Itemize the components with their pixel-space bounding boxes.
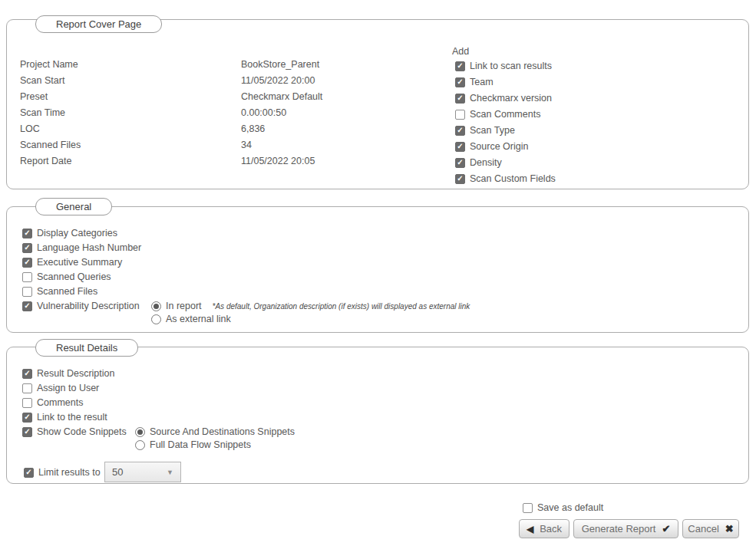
show-code-snippets-checkbox[interactable]: ✓ <box>22 427 32 437</box>
back-button-label: Back <box>540 523 562 534</box>
scan-comments-checkbox[interactable]: ✓ <box>455 110 465 120</box>
scanned-queries-checkbox[interactable]: ✓ <box>22 272 32 282</box>
check-icon: ✓ <box>457 94 463 102</box>
full-data-flow-snippets-radio[interactable] <box>135 440 145 450</box>
cancel-button-label: Cancel <box>688 523 718 534</box>
dropdown-selected-value: 50 <box>112 466 123 478</box>
density-checkbox[interactable]: ✓ <box>455 158 465 168</box>
scan-custom-fields-checkbox[interactable]: ✓ <box>455 174 465 184</box>
check-icon: ✓ <box>457 143 463 150</box>
option-row-source-origin: ✓ Source Origin <box>455 141 528 152</box>
info-row-loc: LOC 6,836 <box>20 123 265 134</box>
check-icon: ✓ <box>24 258 30 266</box>
checkbox-label[interactable]: Scanned Queries <box>37 271 111 282</box>
checkbox-label[interactable]: Source Origin <box>470 141 528 152</box>
info-row-scanned-files: Scanned Files 34 <box>20 140 252 150</box>
option-row-link-to-the-result: ✓ Link to the result <box>22 412 107 423</box>
back-arrow-icon: ◀ <box>527 525 533 534</box>
team-checkbox[interactable]: ✓ <box>455 77 465 87</box>
checkbox-label[interactable]: Density <box>470 157 502 168</box>
radio-label[interactable]: Full Data Flow Snippets <box>150 439 251 450</box>
vulnerability-description-checkbox[interactable]: ✓ <box>22 301 32 311</box>
info-row-preset: Preset Checkmarx Default <box>20 91 322 102</box>
info-label: Preset <box>20 91 236 102</box>
info-value: 34 <box>241 140 252 150</box>
info-label: Report Date <box>20 156 236 166</box>
checkbox-label[interactable]: Limit results to <box>38 467 101 478</box>
checkbox-label[interactable]: Show Code Snippets <box>37 426 127 437</box>
checkbox-label[interactable]: Checkmarx version <box>470 93 552 104</box>
generate-check-icon: ✔ <box>662 524 670 534</box>
section-title-report-cover-page: Report Cover Page <box>35 15 162 33</box>
add-options-title: Add <box>452 46 469 57</box>
option-row-executive-summary: ✓ Executive Summary <box>22 257 122 268</box>
info-value: 0.00:00:50 <box>241 107 286 118</box>
radio-row-in-report: In report *As default, Organization desc… <box>151 301 470 311</box>
checkbox-label[interactable]: Language Hash Number <box>37 242 141 253</box>
check-icon: ✓ <box>25 469 31 476</box>
in-report-radio[interactable] <box>151 301 161 311</box>
as-external-link-radio[interactable] <box>151 314 161 324</box>
check-icon: ✓ <box>24 413 30 421</box>
scan-type-checkbox[interactable]: ✓ <box>455 126 465 136</box>
checkbox-label[interactable]: Scan Comments <box>470 109 540 120</box>
option-row-scanned-queries: ✓ Scanned Queries <box>22 271 111 282</box>
save-as-default-checkbox[interactable]: ✓ <box>523 503 533 513</box>
checkbox-label[interactable]: Scan Type <box>470 125 515 136</box>
info-label: Scanned Files <box>20 140 236 150</box>
scanned-files-checkbox[interactable]: ✓ <box>22 287 32 297</box>
limit-results-dropdown[interactable]: 50 ▼ <box>104 462 181 482</box>
radio-dot-icon <box>154 304 159 309</box>
checkbox-label[interactable]: Result Description <box>37 368 114 379</box>
info-value: 6,836 <box>241 123 265 134</box>
generate-report-button-label: Generate Report <box>582 523 656 534</box>
checkbox-label[interactable]: Scan Custom Fields <box>470 173 556 184</box>
language-hash-number-checkbox[interactable]: ✓ <box>22 243 32 253</box>
check-icon: ✓ <box>457 62 463 70</box>
display-categories-checkbox[interactable]: ✓ <box>22 229 32 238</box>
cancel-button[interactable]: Cancel ✖ <box>682 519 739 538</box>
source-origin-checkbox[interactable]: ✓ <box>455 142 465 152</box>
source-dest-snippets-radio[interactable] <box>135 427 145 437</box>
generate-report-button[interactable]: Generate Report ✔ <box>573 519 678 538</box>
section-general: General <box>6 206 749 333</box>
checkbox-label[interactable]: Assign to User <box>37 383 99 393</box>
checkmarx-version-checkbox[interactable]: ✓ <box>455 94 465 104</box>
checkbox-label[interactable]: Comments <box>37 397 83 408</box>
executive-summary-checkbox[interactable]: ✓ <box>22 258 32 268</box>
check-icon: ✓ <box>24 229 30 237</box>
check-icon: ✓ <box>457 78 463 86</box>
checkbox-label[interactable]: Link to scan results <box>470 61 552 71</box>
info-row-project-name: Project Name BookStore_Parent <box>20 59 319 70</box>
checkbox-label[interactable]: Vulnerability Description <box>37 301 140 311</box>
vulnerability-description-note: *As default, Organization description (i… <box>213 302 470 311</box>
comments-checkbox[interactable]: ✓ <box>22 398 32 408</box>
checkbox-label[interactable]: Scanned Files <box>37 286 97 297</box>
back-button[interactable]: ◀ Back <box>519 519 569 538</box>
radio-row-full-data-flow-snippets: Full Data Flow Snippets <box>135 439 251 450</box>
result-description-checkbox[interactable]: ✓ <box>22 369 32 379</box>
radio-label[interactable]: As external link <box>166 314 231 324</box>
checkbox-label[interactable]: Team <box>470 77 494 87</box>
check-icon: ✓ <box>24 428 30 436</box>
radio-label[interactable]: In report <box>166 301 202 311</box>
radio-label[interactable]: Source And Destinations Snippets <box>150 426 295 437</box>
link-to-the-result-checkbox[interactable]: ✓ <box>22 413 32 423</box>
checkbox-label[interactable]: Display Categories <box>37 228 117 238</box>
link-to-scan-results-checkbox[interactable]: ✓ <box>455 61 465 71</box>
assign-to-user-checkbox[interactable]: ✓ <box>22 383 32 393</box>
checkbox-label[interactable]: Executive Summary <box>37 257 122 268</box>
option-row-save-as-default: ✓ Save as default <box>523 502 603 513</box>
checkbox-label[interactable]: Link to the result <box>37 412 107 423</box>
check-icon: ✓ <box>457 175 463 183</box>
section-title-result-details: Result Details <box>35 339 138 357</box>
radio-row-as-external-link: As external link <box>151 314 231 324</box>
limit-results-checkbox[interactable]: ✓ <box>24 468 34 478</box>
checkbox-label[interactable]: Save as default <box>537 502 603 513</box>
info-value: BookStore_Parent <box>241 59 319 70</box>
option-row-show-code-snippets: ✓ Show Code Snippets <box>22 426 127 437</box>
option-row-checkmarx-version: ✓ Checkmarx version <box>455 93 552 104</box>
info-value: 11/05/2022 20:05 <box>241 156 315 166</box>
section-title-general: General <box>35 198 112 215</box>
info-row-scan-start: Scan Start 11/05/2022 20:00 <box>20 75 315 86</box>
